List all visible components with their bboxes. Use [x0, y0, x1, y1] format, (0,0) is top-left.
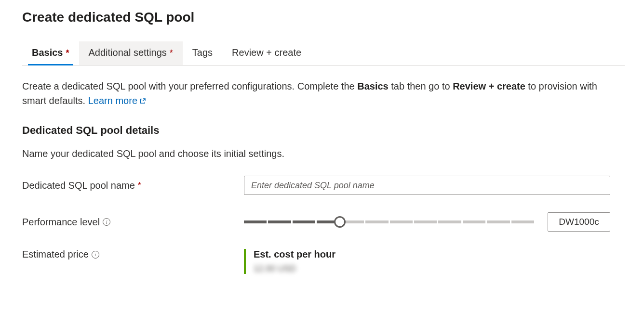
tab-review-label: Review + create [232, 47, 301, 58]
label-pool-name: Dedicated SQL pool name * [22, 180, 244, 191]
slider-segment [438, 220, 461, 223]
intro-bold-basics: Basics [357, 81, 389, 91]
label-pool-name-text: Dedicated SQL pool name [22, 180, 135, 191]
slider-segment [390, 220, 413, 223]
intro-mid: tab then go to [389, 81, 453, 91]
required-indicator-icon: * [66, 48, 69, 58]
required-indicator-icon: * [138, 181, 141, 191]
learn-more-link[interactable]: Learn more [88, 95, 146, 106]
slider-segment [244, 220, 267, 223]
label-performance-text: Performance level [22, 217, 100, 228]
required-indicator-icon: * [170, 48, 173, 58]
tab-tags[interactable]: Tags [183, 41, 222, 65]
performance-value-display: DW1000c [548, 212, 610, 232]
tab-tags-label: Tags [192, 47, 213, 58]
label-estimated-price: Estimated price i [22, 249, 244, 260]
price-block: Est. cost per hour 12.00 USD [244, 249, 335, 274]
label-estimated-price-text: Estimated price [22, 249, 89, 260]
slider-track-segments [244, 220, 534, 223]
slider-segment [487, 220, 510, 223]
intro-bold-review: Review + create [453, 81, 525, 91]
row-performance-level: Performance level i DW1000c [22, 212, 625, 232]
performance-slider[interactable] [244, 217, 534, 227]
slider-segment [463, 220, 485, 223]
info-icon[interactable]: i [103, 218, 110, 226]
price-value: 12.00 USD [254, 264, 335, 274]
external-link-icon [139, 98, 146, 104]
slider-segment [365, 220, 388, 223]
label-performance-level: Performance level i [22, 217, 244, 228]
slider-segment [268, 220, 291, 223]
tab-review-create[interactable]: Review + create [222, 41, 311, 65]
intro-text: Create a dedicated SQL pool with your pr… [22, 79, 610, 108]
tab-basics[interactable]: Basics * [22, 41, 79, 65]
learn-more-label: Learn more [88, 95, 137, 106]
info-icon[interactable]: i [92, 251, 99, 259]
slider-segment [511, 220, 534, 223]
tab-additional-label: Additional settings [89, 47, 167, 58]
tabs-bar: Basics * Additional settings * Tags Revi… [22, 41, 625, 65]
slider-segment [293, 220, 315, 223]
section-heading: Dedicated SQL pool details [22, 124, 625, 137]
slider-thumb[interactable] [334, 216, 346, 228]
page-title: Create dedicated SQL pool [22, 10, 625, 25]
pool-name-input[interactable] [244, 176, 610, 195]
performance-slider-container: DW1000c [244, 212, 610, 232]
slider-segment [414, 220, 437, 223]
section-description: Name your dedicated SQL pool and choose … [22, 148, 625, 159]
price-title: Est. cost per hour [254, 249, 335, 260]
row-estimated-price: Estimated price i Est. cost per hour 12.… [22, 249, 625, 274]
tab-additional-settings[interactable]: Additional settings * [79, 41, 183, 65]
row-pool-name: Dedicated SQL pool name * [22, 176, 625, 195]
intro-prefix: Create a dedicated SQL pool with your pr… [22, 81, 357, 91]
tab-basics-label: Basics [32, 47, 63, 58]
